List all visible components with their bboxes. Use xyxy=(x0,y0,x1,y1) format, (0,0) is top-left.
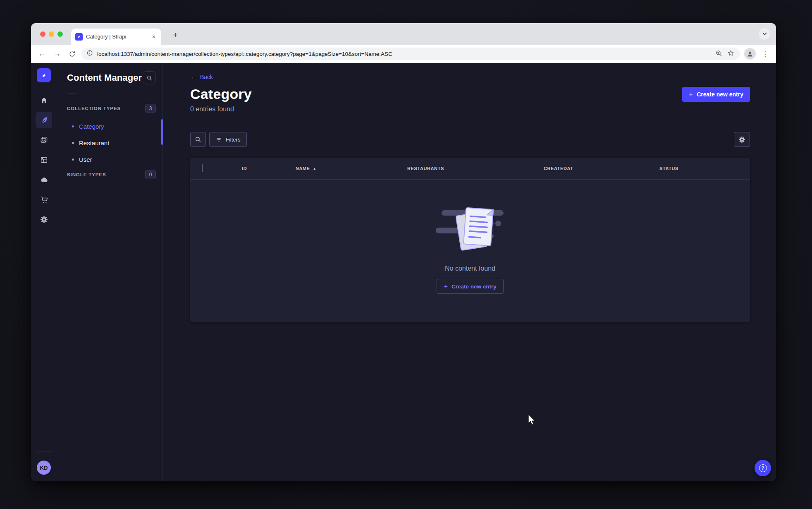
user-avatar[interactable]: KD xyxy=(37,461,51,475)
nav-home-icon[interactable] xyxy=(36,92,52,108)
sidebar-item-label: User xyxy=(79,156,92,163)
help-button[interactable]: ? xyxy=(755,460,771,476)
sidebar-item-user[interactable]: User xyxy=(67,151,162,168)
sidebar-title: Content Manager xyxy=(67,72,142,83)
browser-tab-strip: Category | Strapi × + xyxy=(31,23,776,45)
sidebar-item-label: Restaurant xyxy=(79,139,109,146)
tab-title: Category | Strapi xyxy=(86,34,147,40)
url-text[interactable]: localhost:1337/admin/content-manager/col… xyxy=(97,51,711,57)
back-arrow-icon: ← xyxy=(190,74,197,80)
tab-search-chevron-icon[interactable] xyxy=(759,28,770,40)
bullet-icon xyxy=(72,158,74,161)
plus-icon: + xyxy=(689,91,693,98)
back-link[interactable]: ← Back xyxy=(190,74,213,80)
tab-close-icon[interactable]: × xyxy=(150,33,157,41)
column-header-name[interactable]: NAME ▲ xyxy=(296,166,407,171)
table-header-row: ID NAME ▲ RESTAURANTS CREATEDAT xyxy=(190,158,750,179)
strapi-favicon-icon xyxy=(75,33,83,41)
browser-window: Category | Strapi × + ← → localhost:1337… xyxy=(31,23,776,481)
new-tab-button[interactable]: + xyxy=(169,29,182,41)
nav-marketplace-icon[interactable] xyxy=(36,191,52,208)
nav-content-manager-icon[interactable] xyxy=(36,112,52,128)
nav-content-type-builder-icon[interactable] xyxy=(36,151,52,168)
section-label-single-types: Single Types xyxy=(67,172,106,177)
sidebar-item-restaurant[interactable]: Restaurant xyxy=(67,134,162,151)
empty-create-new-entry-button[interactable]: + Create new entry xyxy=(437,279,504,294)
nav-media-library-icon[interactable] xyxy=(36,132,52,148)
single-types-count-badge: 0 xyxy=(145,170,156,179)
browser-back-icon[interactable]: ← xyxy=(37,48,48,59)
browser-menu-icon[interactable]: ⋮ xyxy=(760,50,770,58)
collection-types-count-badge: 3 xyxy=(145,104,156,113)
mouse-cursor xyxy=(528,414,537,426)
collection-types-list: Category Restaurant User xyxy=(67,118,162,168)
browser-profile-icon[interactable] xyxy=(744,48,756,60)
column-header-id[interactable]: ID xyxy=(242,166,296,171)
sort-ascending-icon[interactable]: ▲ xyxy=(313,167,317,170)
bullet-icon xyxy=(72,142,74,144)
minimize-window-button[interactable] xyxy=(49,31,54,37)
sidebar-search-button[interactable] xyxy=(143,71,156,84)
traffic-lights xyxy=(40,31,63,37)
strapi-app: KD Content Manager Collection Types 3 xyxy=(31,63,776,481)
url-bar[interactable]: localhost:1337/admin/content-manager/col… xyxy=(81,48,740,60)
nav-cloud-icon[interactable] xyxy=(36,171,52,188)
browser-reload-icon[interactable] xyxy=(67,48,77,59)
zoom-window-button[interactable] xyxy=(57,31,63,37)
empty-state-message: No content found xyxy=(445,265,495,272)
entries-count-text: 0 entries found xyxy=(190,106,750,113)
rail-divider xyxy=(36,87,52,87)
create-new-entry-button[interactable]: + Create new entry xyxy=(682,87,750,102)
create-button-label: Create new entry xyxy=(697,91,743,98)
main-nav-rail: KD xyxy=(31,63,57,481)
omnibox-actions xyxy=(715,50,738,58)
close-window-button[interactable] xyxy=(40,31,45,37)
content-manager-sidebar: Content Manager Collection Types 3 Categ… xyxy=(57,63,163,481)
page-title: Category xyxy=(190,86,252,102)
main-content: ← Back Category + Create new entry 0 ent… xyxy=(163,63,776,481)
bullet-icon xyxy=(72,125,74,127)
search-entries-button[interactable] xyxy=(190,132,206,147)
sidebar-item-label: Category xyxy=(79,123,104,130)
browser-tab[interactable]: Category | Strapi × xyxy=(71,29,161,45)
column-header-status[interactable]: STATUS xyxy=(659,166,738,171)
filter-icon xyxy=(216,137,222,143)
strapi-logo-icon[interactable] xyxy=(37,68,51,82)
filters-button[interactable]: Filters xyxy=(209,132,247,147)
section-label-collection-types: Collection Types xyxy=(67,106,121,111)
rail-divider-bottom xyxy=(36,451,52,452)
sidebar-item-category[interactable]: Category xyxy=(67,118,162,134)
browser-toolbar: ← → localhost:1337/admin/content-manager… xyxy=(31,45,776,63)
back-label: Back xyxy=(200,74,213,80)
select-all-checkbox[interactable] xyxy=(202,164,203,172)
question-mark-icon: ? xyxy=(759,464,767,472)
entries-table: ID NAME ▲ RESTAURANTS CREATEDAT xyxy=(190,158,750,322)
zoom-icon[interactable] xyxy=(715,50,722,58)
empty-state: No content found + Create new entry xyxy=(190,180,750,322)
empty-create-button-label: Create new entry xyxy=(451,283,497,290)
plus-icon: + xyxy=(444,283,448,290)
sidebar-divider xyxy=(67,94,77,94)
nav-settings-icon[interactable] xyxy=(36,211,52,228)
browser-forward-icon[interactable]: → xyxy=(52,48,62,59)
site-info-icon[interactable] xyxy=(86,50,93,58)
column-header-restaurants[interactable]: RESTAURANTS xyxy=(407,166,544,171)
filters-button-label: Filters xyxy=(226,137,240,143)
view-settings-button[interactable] xyxy=(734,132,750,147)
column-header-createdat[interactable]: CREATEDAT xyxy=(544,166,659,171)
no-content-illustration-icon xyxy=(435,203,505,253)
desktop: Category | Strapi × + ← → localhost:1337… xyxy=(0,0,812,509)
bookmark-star-icon[interactable] xyxy=(727,50,734,58)
